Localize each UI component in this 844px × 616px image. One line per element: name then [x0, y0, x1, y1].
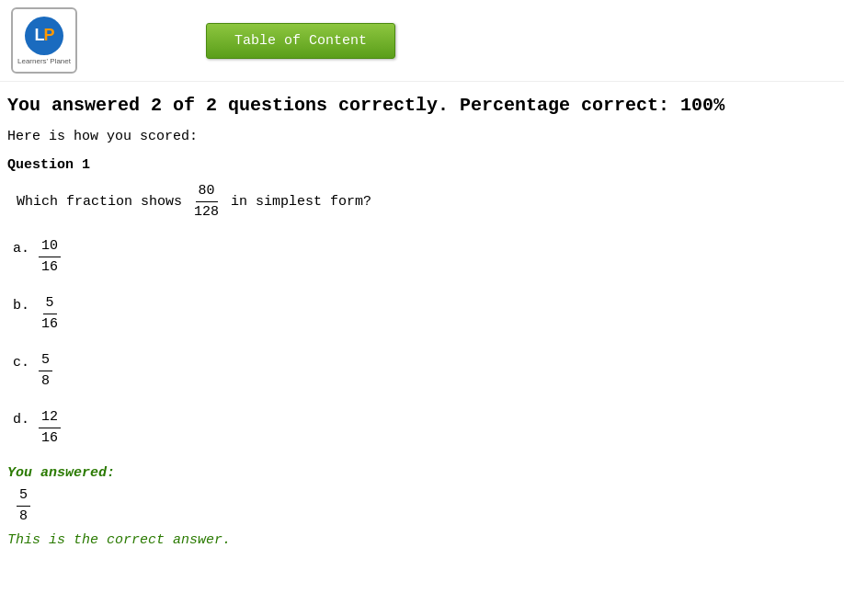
option-a-den: 16 [39, 257, 61, 277]
option-b: b. 5 16 [13, 294, 837, 333]
option-a-fraction: 10 16 [39, 237, 61, 276]
question-text-before: Which fraction shows [17, 194, 182, 210]
correct-answer-text: This is the correct answer. [7, 532, 837, 548]
option-c: c. 5 8 [13, 351, 837, 390]
toc-button[interactable]: Table of Content [206, 23, 395, 59]
logo-text: LP [34, 26, 53, 45]
option-c-num: 5 [39, 351, 52, 371]
logo: LP Learners' Planet [11, 7, 77, 74]
question-fraction-denominator: 128 [191, 202, 222, 222]
option-a-num: 10 [39, 237, 61, 257]
option-d-letter: d. [13, 412, 35, 428]
option-b-letter: b. [13, 298, 35, 314]
question-label: Question 1 [7, 157, 837, 173]
option-b-fraction: 5 16 [39, 294, 61, 333]
option-b-den: 16 [39, 314, 61, 334]
answered-fraction-den: 8 [17, 507, 30, 526]
question-text-after: in simplest form? [231, 194, 371, 210]
option-c-fraction: 5 8 [39, 351, 52, 390]
content-area: Here is how you scored: Question 1 Which… [0, 125, 844, 566]
option-a-letter: a. [13, 241, 35, 257]
logo-subtitle: Learners' Planet [17, 57, 71, 65]
score-banner: You answered 2 of 2 questions correctly.… [0, 81, 844, 125]
option-d-fraction: 12 16 [39, 408, 61, 447]
question-text: Which fraction shows 80 128 in simplest … [17, 182, 837, 221]
option-c-den: 8 [39, 371, 52, 391]
question-fraction: 80 128 [191, 182, 222, 221]
answered-fraction-num: 5 [17, 486, 30, 507]
answered-fraction-container: 5 8 [13, 486, 837, 525]
question-fraction-numerator: 80 [196, 182, 218, 202]
options-list: a. 10 16 b. 5 16 c. 5 8 d. 12 16 [13, 237, 837, 447]
scored-intro: Here is how you scored: [7, 129, 837, 144]
option-a: a. 10 16 [13, 237, 837, 276]
option-d: d. 12 16 [13, 408, 837, 447]
logo-circle: LP [25, 17, 63, 55]
header: LP Learners' Planet Table of Content [0, 0, 844, 81]
option-d-den: 16 [39, 428, 61, 448]
option-d-num: 12 [39, 408, 61, 428]
you-answered-label: You answered: [7, 465, 837, 481]
score-text: You answered 2 of 2 questions correctly.… [7, 95, 724, 116]
option-b-num: 5 [43, 294, 57, 314]
answered-fraction: 5 8 [17, 486, 30, 525]
option-c-letter: c. [13, 355, 35, 371]
